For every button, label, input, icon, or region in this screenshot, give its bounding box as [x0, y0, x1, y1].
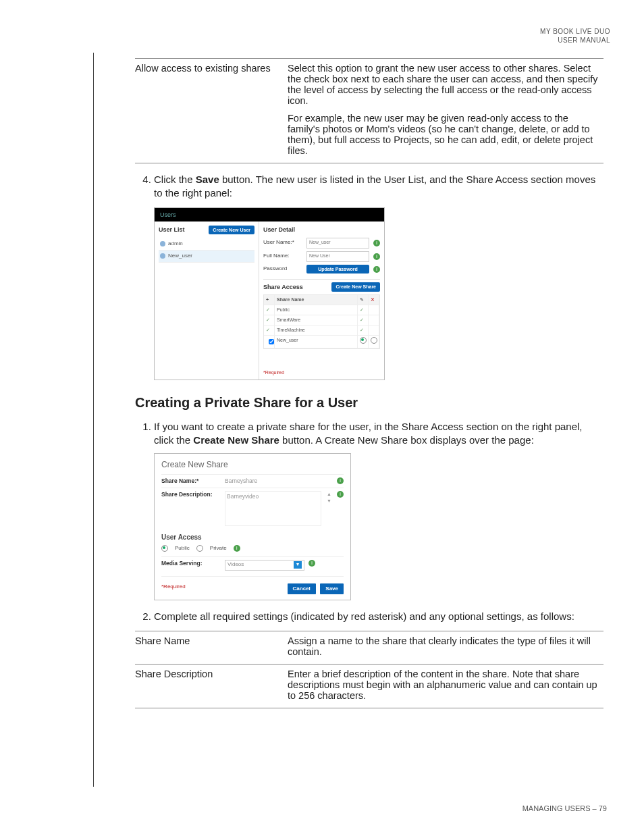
- info-icon[interactable]: i: [308, 560, 315, 567]
- person-icon: [160, 241, 165, 246]
- chevron-down-icon: ▾: [294, 561, 302, 569]
- check-icon[interactable]: ✓: [360, 328, 364, 332]
- readonly-radio[interactable]: [371, 337, 377, 344]
- check-icon[interactable]: ✓: [266, 328, 270, 332]
- check-icon[interactable]: ✓: [360, 317, 364, 322]
- section-title-private-share: Creating a Private Share for a User: [135, 395, 603, 411]
- dialog-title: Create New Share: [161, 459, 344, 470]
- fullname-label: Full Name:: [263, 253, 302, 260]
- useraccess-label: User Access: [161, 533, 344, 542]
- person-icon: [160, 253, 165, 259]
- info-icon[interactable]: i: [337, 477, 344, 484]
- check-icon[interactable]: ✓: [266, 317, 270, 322]
- sharedesc-input[interactable]: [225, 491, 321, 526]
- share-row-name: New_user: [275, 336, 358, 348]
- required-note: *Required: [263, 369, 380, 375]
- definition-table-allow-access: Allow access to existing shares Select t…: [135, 58, 603, 163]
- sharename-label: Share Name:*: [161, 477, 221, 485]
- header-line1: MY BOOK LIVE DUO: [34, 27, 610, 36]
- deny-icon: ✕: [371, 297, 375, 302]
- fullname-input[interactable]: New User: [306, 251, 369, 262]
- plus-icon[interactable]: +: [266, 297, 269, 302]
- term-share-name: Share Name: [135, 631, 288, 664]
- info-icon[interactable]: i: [373, 253, 380, 260]
- share-row-name: SmartWare: [275, 315, 358, 325]
- username-label: User Name:*: [263, 239, 302, 246]
- step-cps-1: If you want to create a private share fo…: [154, 420, 603, 600]
- info-icon[interactable]: i: [234, 545, 240, 552]
- info-icon[interactable]: i: [373, 266, 380, 273]
- private-label: Private: [210, 545, 227, 552]
- check-icon[interactable]: ✓: [266, 307, 270, 312]
- desc-share-name: Assign a name to the share that clearly …: [288, 631, 603, 664]
- desc-share-description: Enter a brief description of the content…: [288, 664, 603, 708]
- cancel-button[interactable]: Cancel: [288, 583, 316, 595]
- header-line2: USER MANUAL: [34, 36, 610, 45]
- share-access-title: Share Access: [263, 283, 303, 291]
- info-icon[interactable]: i: [373, 240, 380, 246]
- margin-rule: [93, 53, 94, 787]
- scroll-down-icon[interactable]: ▼: [325, 498, 333, 504]
- save-button[interactable]: Save: [320, 583, 344, 595]
- userdetail-title: User Detail: [263, 226, 295, 234]
- page-footer: MANAGING USERS – 79: [522, 804, 607, 812]
- password-label: Password: [263, 265, 302, 273]
- term-share-description: Share Description: [135, 664, 288, 708]
- scroll-up-icon[interactable]: ▲: [325, 491, 333, 497]
- tab-users[interactable]: Users: [155, 208, 384, 221]
- step-4: Click the Save button. The new user is l…: [154, 173, 603, 380]
- full-access-radio[interactable]: [360, 337, 367, 344]
- sharename-input[interactable]: Barneyshare: [225, 477, 333, 485]
- screenshot-create-new-share: Create New Share Share Name:* Barneyshar…: [154, 453, 351, 601]
- share-grid: + Share Name ✎ ✕ ✓ Public ✓ ✓ SmartWare: [263, 294, 380, 349]
- username-input[interactable]: New_user: [306, 238, 369, 249]
- page-header: MY BOOK LIVE DUO USER MANUAL: [34, 27, 610, 45]
- definition-table-share-fields: Share Name Assign a name to the share th…: [135, 631, 603, 708]
- userlist-title: User List: [159, 226, 185, 234]
- sharedesc-label: Share Description:: [161, 491, 221, 498]
- term-allow-access: Allow access to existing shares: [135, 59, 288, 163]
- update-password-button[interactable]: Update Password: [306, 265, 369, 273]
- step-cps-2: Complete all required settings (indicate…: [154, 610, 603, 623]
- user-row[interactable]: New_user: [159, 251, 254, 263]
- screenshot-users-panel: Users User List Create New User admin: [154, 207, 385, 381]
- mediaserving-select[interactable]: Videos ▾: [225, 560, 304, 571]
- create-new-user-button[interactable]: Create New User: [209, 226, 254, 234]
- share-row-name: Public: [275, 305, 358, 315]
- mediaserving-label: Media Serving:: [161, 560, 221, 567]
- col-share-name: Share Name: [275, 295, 358, 305]
- public-label: Public: [175, 545, 190, 552]
- info-icon[interactable]: i: [337, 491, 344, 498]
- public-radio[interactable]: [161, 545, 168, 552]
- edit-icon: ✎: [360, 297, 364, 302]
- private-radio[interactable]: [196, 545, 203, 552]
- required-note: *Required: [161, 583, 186, 591]
- share-row-checkbox[interactable]: [269, 339, 274, 344]
- share-row-name: TimeMachine: [275, 325, 358, 336]
- desc-allow-access: Select this option to grant the new user…: [288, 59, 603, 163]
- check-icon[interactable]: ✓: [360, 307, 364, 312]
- user-row[interactable]: admin: [159, 238, 254, 251]
- create-new-share-button[interactable]: Create New Share: [331, 282, 380, 291]
